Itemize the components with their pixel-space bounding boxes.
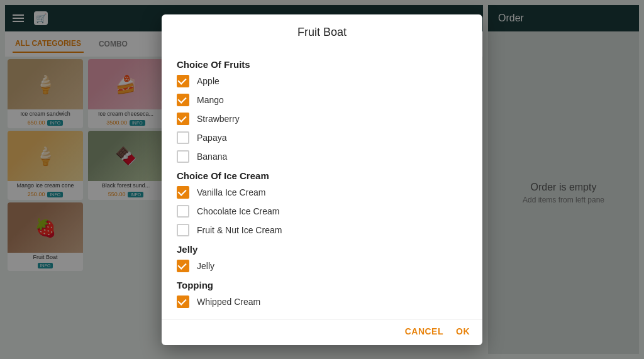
label-mango: Mango bbox=[197, 95, 224, 105]
label-vanilla: Vanilla Ice Cream bbox=[197, 187, 265, 197]
section-title-topping: Topping bbox=[177, 280, 467, 290]
checkbox-chocolate[interactable] bbox=[177, 205, 189, 218]
label-strawberry: Strawberry bbox=[197, 114, 240, 124]
checkbox-apple[interactable] bbox=[177, 75, 189, 87]
label-apple: Apple bbox=[197, 76, 219, 86]
checkbox-vanilla[interactable] bbox=[177, 186, 189, 199]
checkbox-jelly[interactable] bbox=[177, 260, 189, 272]
label-banana: Banana bbox=[197, 152, 227, 162]
checkbox-whipped-cream[interactable] bbox=[177, 295, 189, 308]
option-jelly: Jelly bbox=[177, 260, 467, 272]
option-whipped-cream: Whipped Cream bbox=[177, 295, 467, 308]
label-whipped-cream: Whipped Cream bbox=[197, 297, 260, 307]
section-title-ice-cream: Choice Of Ice Cream bbox=[177, 170, 467, 181]
dialog-title: Fruit Boat bbox=[162, 14, 482, 47]
dialog-body: Choice Of Fruits Apple Mango Strawberry … bbox=[162, 47, 482, 319]
label-jelly: Jelly bbox=[197, 261, 214, 271]
fruit-boat-dialog: Fruit Boat Choice Of Fruits Apple Mango … bbox=[162, 14, 482, 345]
section-title-fruits: Choice Of Fruits bbox=[177, 59, 467, 70]
option-fruit-nut: Fruit & Nut Ice Cream bbox=[177, 224, 467, 236]
option-vanilla: Vanilla Ice Cream bbox=[177, 186, 467, 199]
option-strawberry: Strawberry bbox=[177, 113, 467, 125]
option-banana: Banana bbox=[177, 150, 467, 163]
label-fruit-nut: Fruit & Nut Ice Cream bbox=[197, 225, 282, 235]
checkbox-mango[interactable] bbox=[177, 94, 189, 106]
modal-overlay: Fruit Boat Choice Of Fruits Apple Mango … bbox=[0, 0, 644, 359]
ok-button[interactable]: OK bbox=[456, 326, 470, 336]
label-chocolate: Chocolate Ice Cream bbox=[197, 206, 280, 216]
section-title-jelly: Jelly bbox=[177, 244, 467, 255]
label-papaya: Papaya bbox=[197, 133, 226, 143]
option-chocolate: Chocolate Ice Cream bbox=[177, 205, 467, 218]
checkbox-fruit-nut[interactable] bbox=[177, 224, 189, 236]
dialog-actions: CANCEL OK bbox=[162, 319, 482, 345]
cancel-button[interactable]: CANCEL bbox=[405, 326, 443, 336]
option-papaya: Papaya bbox=[177, 131, 467, 144]
option-apple: Apple bbox=[177, 75, 467, 87]
checkbox-strawberry[interactable] bbox=[177, 113, 189, 125]
checkbox-papaya[interactable] bbox=[177, 131, 189, 144]
option-mango: Mango bbox=[177, 94, 467, 106]
checkbox-banana[interactable] bbox=[177, 150, 189, 163]
